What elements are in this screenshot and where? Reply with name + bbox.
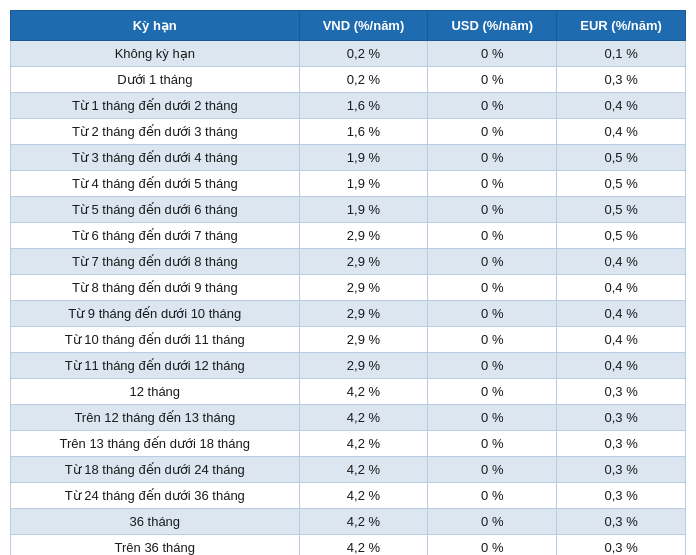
cell-vnd: 1,9 % — [299, 171, 428, 197]
cell-term: Từ 1 tháng đến dưới 2 tháng — [11, 93, 300, 119]
cell-vnd: 1,9 % — [299, 145, 428, 171]
cell-eur: 0,3 % — [557, 509, 686, 535]
cell-vnd: 4,2 % — [299, 405, 428, 431]
cell-eur: 0,3 % — [557, 405, 686, 431]
cell-usd: 0 % — [428, 301, 557, 327]
cell-usd: 0 % — [428, 379, 557, 405]
cell-term: Từ 5 tháng đến dưới 6 tháng — [11, 197, 300, 223]
cell-eur: 0,5 % — [557, 223, 686, 249]
cell-vnd: 1,6 % — [299, 93, 428, 119]
cell-eur: 0,4 % — [557, 275, 686, 301]
cell-usd: 0 % — [428, 223, 557, 249]
table-row: Từ 24 tháng đến dưới 36 tháng4,2 %0 %0,3… — [11, 483, 686, 509]
cell-eur: 0,4 % — [557, 301, 686, 327]
cell-term: Không kỳ hạn — [11, 41, 300, 67]
cell-term: Từ 4 tháng đến dưới 5 tháng — [11, 171, 300, 197]
cell-term: Trên 36 tháng — [11, 535, 300, 556]
cell-term: Từ 11 tháng đến dưới 12 tháng — [11, 353, 300, 379]
cell-term: Từ 24 tháng đến dưới 36 tháng — [11, 483, 300, 509]
cell-eur: 0,4 % — [557, 119, 686, 145]
table-row: Trên 36 tháng4,2 %0 %0,3 % — [11, 535, 686, 556]
cell-vnd: 4,2 % — [299, 431, 428, 457]
cell-vnd: 1,9 % — [299, 197, 428, 223]
cell-eur: 0,3 % — [557, 379, 686, 405]
cell-usd: 0 % — [428, 67, 557, 93]
cell-eur: 0,3 % — [557, 431, 686, 457]
table-row: Từ 1 tháng đến dưới 2 tháng1,6 %0 %0,4 % — [11, 93, 686, 119]
table-row: Từ 5 tháng đến dưới 6 tháng1,9 %0 %0,5 % — [11, 197, 686, 223]
table-row: Từ 8 tháng đến dưới 9 tháng2,9 %0 %0,4 % — [11, 275, 686, 301]
cell-usd: 0 % — [428, 483, 557, 509]
cell-usd: 0 % — [428, 197, 557, 223]
cell-usd: 0 % — [428, 145, 557, 171]
table-row: Từ 18 tháng đến dưới 24 tháng4,2 %0 %0,3… — [11, 457, 686, 483]
cell-term: Từ 6 tháng đến dưới 7 tháng — [11, 223, 300, 249]
table-row: 12 tháng4,2 %0 %0,3 % — [11, 379, 686, 405]
cell-term: 12 tháng — [11, 379, 300, 405]
cell-vnd: 4,2 % — [299, 535, 428, 556]
cell-term: Từ 2 tháng đến dưới 3 tháng — [11, 119, 300, 145]
cell-eur: 0,3 % — [557, 67, 686, 93]
table-row: Trên 13 tháng đến dưới 18 tháng4,2 %0 %0… — [11, 431, 686, 457]
cell-eur: 0,4 % — [557, 249, 686, 275]
cell-term: 36 tháng — [11, 509, 300, 535]
cell-term: Từ 18 tháng đến dưới 24 tháng — [11, 457, 300, 483]
cell-usd: 0 % — [428, 275, 557, 301]
cell-term: Từ 7 tháng đến dưới 8 tháng — [11, 249, 300, 275]
cell-eur: 0,5 % — [557, 171, 686, 197]
cell-vnd: 4,2 % — [299, 457, 428, 483]
table-row: Từ 6 tháng đến dưới 7 tháng2,9 %0 %0,5 % — [11, 223, 686, 249]
header-term: Kỳ hạn — [11, 11, 300, 41]
cell-usd: 0 % — [428, 353, 557, 379]
cell-usd: 0 % — [428, 93, 557, 119]
table-row: Từ 4 tháng đến dưới 5 tháng1,9 %0 %0,5 % — [11, 171, 686, 197]
cell-usd: 0 % — [428, 509, 557, 535]
cell-term: Trên 13 tháng đến dưới 18 tháng — [11, 431, 300, 457]
table-row: Từ 2 tháng đến dưới 3 tháng1,6 %0 %0,4 % — [11, 119, 686, 145]
cell-usd: 0 % — [428, 405, 557, 431]
cell-usd: 0 % — [428, 119, 557, 145]
table-row: Không kỳ hạn0,2 %0 %0,1 % — [11, 41, 686, 67]
table-row: Từ 3 tháng đến dưới 4 tháng1,9 %0 %0,5 % — [11, 145, 686, 171]
cell-vnd: 2,9 % — [299, 249, 428, 275]
cell-usd: 0 % — [428, 41, 557, 67]
cell-vnd: 2,9 % — [299, 223, 428, 249]
cell-usd: 0 % — [428, 171, 557, 197]
cell-eur: 0,3 % — [557, 483, 686, 509]
cell-vnd: 2,9 % — [299, 275, 428, 301]
cell-eur: 0,4 % — [557, 327, 686, 353]
table-row: Từ 11 tháng đến dưới 12 tháng2,9 %0 %0,4… — [11, 353, 686, 379]
cell-vnd: 0,2 % — [299, 41, 428, 67]
cell-vnd: 4,2 % — [299, 379, 428, 405]
cell-vnd: 4,2 % — [299, 509, 428, 535]
cell-usd: 0 % — [428, 327, 557, 353]
cell-eur: 0,5 % — [557, 145, 686, 171]
table-row: Trên 12 tháng đến 13 tháng4,2 %0 %0,3 % — [11, 405, 686, 431]
table-row: Từ 7 tháng đến dưới 8 tháng2,9 %0 %0,4 % — [11, 249, 686, 275]
cell-vnd: 4,2 % — [299, 483, 428, 509]
cell-vnd: 0,2 % — [299, 67, 428, 93]
cell-term: Từ 10 tháng đến dưới 11 tháng — [11, 327, 300, 353]
cell-term: Từ 3 tháng đến dưới 4 tháng — [11, 145, 300, 171]
cell-vnd: 1,6 % — [299, 119, 428, 145]
interest-rate-table: Kỳ hạn VND (%/năm) USD (%/năm) EUR (%/nă… — [10, 10, 686, 555]
table-row: 36 tháng4,2 %0 %0,3 % — [11, 509, 686, 535]
table-row: Từ 9 tháng đến dưới 10 tháng2,9 %0 %0,4 … — [11, 301, 686, 327]
table-row: Dưới 1 tháng0,2 %0 %0,3 % — [11, 67, 686, 93]
cell-term: Trên 12 tháng đến 13 tháng — [11, 405, 300, 431]
header-vnd: VND (%/năm) — [299, 11, 428, 41]
cell-vnd: 2,9 % — [299, 327, 428, 353]
cell-eur: 0,3 % — [557, 457, 686, 483]
cell-term: Dưới 1 tháng — [11, 67, 300, 93]
cell-usd: 0 % — [428, 535, 557, 556]
cell-usd: 0 % — [428, 431, 557, 457]
cell-usd: 0 % — [428, 249, 557, 275]
table-header-row: Kỳ hạn VND (%/năm) USD (%/năm) EUR (%/nă… — [11, 11, 686, 41]
main-container: Kỳ hạn VND (%/năm) USD (%/năm) EUR (%/nă… — [0, 0, 696, 555]
header-eur: EUR (%/năm) — [557, 11, 686, 41]
cell-eur: 0,3 % — [557, 535, 686, 556]
cell-vnd: 2,9 % — [299, 301, 428, 327]
cell-vnd: 2,9 % — [299, 353, 428, 379]
header-usd: USD (%/năm) — [428, 11, 557, 41]
cell-term: Từ 8 tháng đến dưới 9 tháng — [11, 275, 300, 301]
